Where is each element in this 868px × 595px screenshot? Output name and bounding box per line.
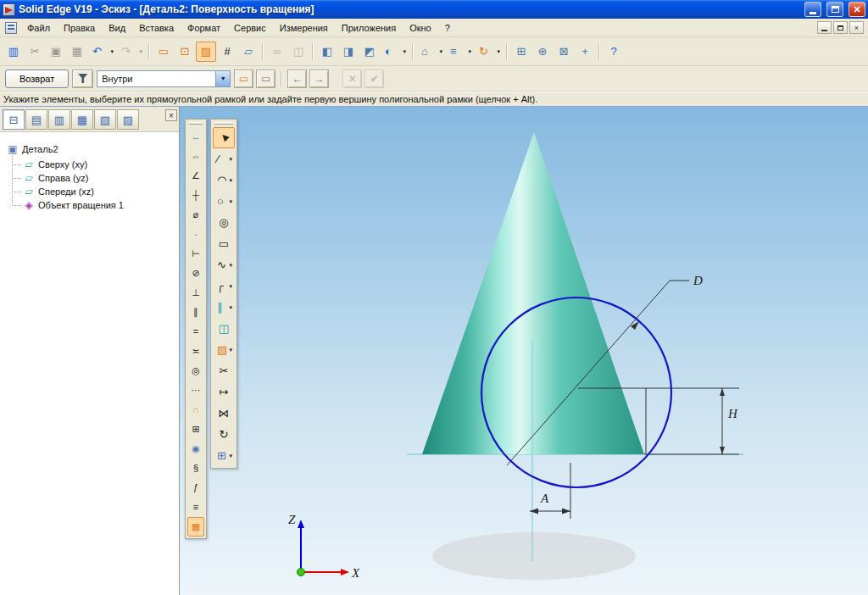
view-dimetric-button[interactable]: ◨: [338, 42, 359, 62]
zoom-area-button[interactable]: ⊞: [511, 42, 531, 62]
help-select-button[interactable]: ?: [604, 42, 624, 62]
edgebar-close-button[interactable]: ×: [165, 109, 177, 121]
menu-measure[interactable]: Измерения: [273, 20, 335, 36]
named-views-button[interactable]: ⌂: [417, 42, 445, 62]
extend-tool-button[interactable]: ↦: [213, 381, 235, 403]
peer-variables-button[interactable]: ≡: [187, 498, 204, 517]
grid-button[interactable]: #: [217, 42, 237, 62]
offset-tool-button[interactable]: ∥: [213, 297, 235, 318]
menu-edit[interactable]: Правка: [57, 20, 102, 36]
toolbar-grip[interactable]: [189, 122, 203, 125]
tree-item-plane-right[interactable]: Справа (yz): [12, 171, 175, 185]
view-trimetric-button[interactable]: ◩: [359, 42, 380, 62]
selection-filter-button[interactable]: [72, 70, 93, 88]
tree-item-plane-top[interactable]: Сверху (xy): [12, 158, 175, 171]
copy-button[interactable]: ▣: [46, 42, 66, 62]
symmetric-diameter-button[interactable]: ⌀: [187, 205, 204, 225]
distance-between-button[interactable]: ⇔: [187, 147, 204, 166]
menu-insert[interactable]: Вставка: [132, 20, 181, 36]
tab-layers[interactable]: ▦: [71, 109, 93, 130]
smart-dimension-button[interactable]: ↔: [187, 127, 204, 147]
trim-tool-button[interactable]: ✂: [213, 360, 235, 381]
view-iso-button[interactable]: ◧: [317, 42, 337, 62]
overlap-select-button[interactable]: ⊡: [175, 42, 195, 62]
sketch-fill-button[interactable]: ▨: [196, 42, 216, 62]
connect-button[interactable]: ∙: [187, 225, 204, 244]
select-tool-button[interactable]: ►: [213, 127, 235, 148]
perpendicular-button[interactable]: ⊥: [187, 283, 204, 303]
arc-tool-button[interactable]: ◠: [213, 170, 235, 191]
cone-surface[interactable]: [422, 132, 644, 454]
rectangle-tool-button[interactable]: ▭: [213, 233, 235, 254]
dimension-d-label[interactable]: D: [693, 274, 703, 287]
menu-format[interactable]: Формат: [181, 20, 227, 36]
sketch-plane-button[interactable]: ▱: [238, 42, 259, 62]
tab-feature-playback[interactable]: ▨: [117, 109, 139, 130]
next-step-button[interactable]: →: [309, 70, 329, 88]
curve-tool-button[interactable]: ∿: [213, 254, 235, 275]
dimension-h-label[interactable]: H: [727, 407, 738, 420]
tab-family-of-parts[interactable]: ▤: [25, 109, 47, 130]
menu-file[interactable]: Файл: [20, 20, 57, 36]
selection-option-button-1[interactable]: ▭: [234, 70, 253, 88]
save-button[interactable]: ▥: [3, 42, 24, 62]
line-tool-button[interactable]: ∕: [213, 148, 235, 170]
fit-button[interactable]: ⊠: [554, 42, 574, 62]
tree-item-plane-front[interactable]: Спереди (xz): [12, 185, 175, 198]
undo-button[interactable]: ↶: [88, 42, 116, 62]
tree-item-revolve[interactable]: Объект вращения 1: [12, 198, 175, 212]
fill-tool-button[interactable]: ▨: [213, 339, 235, 360]
grid-tool-button[interactable]: ⊞: [213, 445, 235, 466]
circle-tool-button[interactable]: ○: [213, 191, 235, 212]
include-tool-button[interactable]: ◫: [213, 318, 235, 339]
close-button[interactable]: ✕: [849, 2, 865, 17]
selection-option-button-2[interactable]: ▭: [256, 70, 275, 88]
tab-feature-library[interactable]: ▥: [48, 109, 70, 130]
concentric-button[interactable]: ◎: [187, 361, 204, 381]
tab-sensors[interactable]: ▧: [94, 109, 116, 130]
origin-point[interactable]: [298, 569, 305, 576]
menu-view[interactable]: Вид: [102, 20, 132, 36]
cancel-button[interactable]: ✕: [342, 70, 362, 88]
menu-applications[interactable]: Приложения: [335, 20, 403, 36]
lock-button[interactable]: ∩: [187, 400, 204, 420]
document-icon[interactable]: [5, 22, 17, 34]
horizontal-vertical-button[interactable]: ⊢: [187, 244, 204, 264]
menu-help[interactable]: ?: [438, 20, 457, 36]
ole-object-button[interactable]: ◫: [288, 42, 309, 62]
symmetric-button[interactable]: ≍: [187, 342, 204, 361]
fillet-tool-button[interactable]: ╭: [213, 275, 235, 297]
child-restore-button[interactable]: [833, 21, 848, 34]
dimension-a-label[interactable]: A: [540, 492, 549, 505]
coordinate-dimension-button[interactable]: ┼: [187, 186, 204, 205]
menu-tools[interactable]: Сервис: [227, 20, 273, 36]
rigid-set-button[interactable]: ⊞: [187, 420, 204, 439]
restore-button[interactable]: [826, 2, 843, 17]
child-minimize-button[interactable]: [817, 21, 832, 34]
cut-button[interactable]: ✂: [25, 42, 45, 62]
relationship-colors-button[interactable]: ▦: [187, 517, 204, 537]
selection-mode-combobox[interactable]: Внутри ▼: [97, 70, 231, 87]
layers-button[interactable]: ≡: [446, 42, 474, 62]
mirror-tool-button[interactable]: ⋈: [213, 403, 235, 424]
toolbar-grip[interactable]: [214, 122, 233, 125]
redo-button[interactable]: ↷: [117, 42, 145, 62]
rotate-tool-button[interactable]: ↻: [213, 424, 235, 445]
zoom-button[interactable]: ⊕: [532, 42, 553, 62]
collinear-button[interactable]: ⋯: [187, 381, 204, 400]
previous-step-button[interactable]: ←: [287, 70, 307, 88]
tree-root-part[interactable]: Деталь2: [5, 142, 175, 158]
child-close-button[interactable]: ×: [849, 21, 864, 34]
shaded-view-button[interactable]: ◐: [381, 42, 409, 62]
accept-button[interactable]: ✔: [364, 70, 384, 88]
tab-pathfinder[interactable]: ⊟: [3, 109, 25, 130]
angle-between-button[interactable]: ∠: [187, 166, 204, 186]
variables-button[interactable]: ƒ: [187, 478, 204, 498]
minimize-button[interactable]: [804, 2, 821, 17]
equal-button[interactable]: =: [187, 322, 204, 342]
update-view-button[interactable]: ↻: [475, 42, 503, 62]
tangent-button[interactable]: ⊘: [187, 264, 204, 283]
chevron-down-icon[interactable]: ▼: [215, 71, 230, 86]
maintain-relationships-button[interactable]: §: [187, 459, 204, 478]
drawing-canvas[interactable]: D H A Z X: [180, 107, 868, 595]
